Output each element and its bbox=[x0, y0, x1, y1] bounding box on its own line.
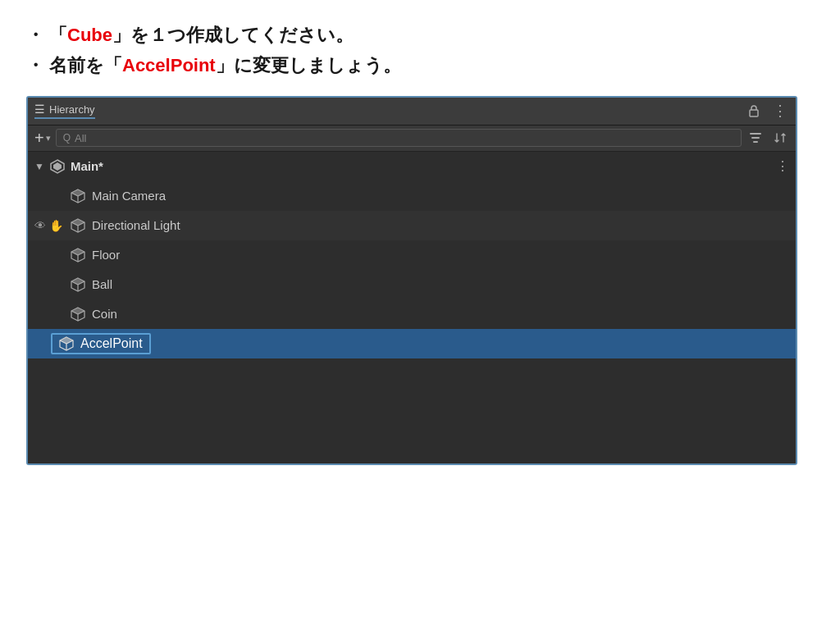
object-name-label: Ball bbox=[92, 277, 112, 291]
hierarchy-panel: ☰ Hierarchy ⋮ + ▾ Q bbox=[26, 96, 797, 465]
visibility-icons: 👁 ✋ bbox=[34, 219, 63, 232]
table-row[interactable]: Ball bbox=[28, 270, 796, 299]
panel-header-left: ☰ Hierarchy bbox=[34, 103, 95, 119]
svg-rect-0 bbox=[750, 110, 758, 116]
table-row[interactable]: AccelPoint bbox=[28, 329, 796, 358]
search-q-icon: Q bbox=[63, 132, 71, 144]
list-icon: ☰ bbox=[34, 103, 45, 116]
hierarchy-tab-label: Hierarchy bbox=[49, 103, 95, 116]
lock-icon[interactable] bbox=[745, 102, 763, 120]
inst2-accelpoint: AccelPoint bbox=[122, 55, 216, 75]
table-row[interactable]: Floor bbox=[28, 240, 796, 270]
svg-rect-3 bbox=[753, 141, 758, 143]
inst1-cube: Cube bbox=[67, 25, 112, 45]
svg-marker-27 bbox=[71, 308, 84, 314]
inst1-text: 「Cube」を１つ作成してください。 bbox=[49, 20, 354, 50]
panel-header: ☰ Hierarchy ⋮ bbox=[28, 98, 796, 126]
svg-marker-7 bbox=[71, 189, 84, 196]
svg-marker-32 bbox=[60, 337, 73, 344]
object-name-label: Floor bbox=[92, 248, 120, 262]
cube-icon bbox=[71, 248, 85, 262]
hand-icon: ✋ bbox=[49, 219, 63, 232]
svg-rect-2 bbox=[751, 137, 760, 139]
search-placeholder: All bbox=[75, 132, 86, 144]
inst2-text: 名前を「AccelPoint」に変更しましょう。 bbox=[49, 50, 401, 80]
object-name-label: AccelPoint bbox=[80, 336, 143, 351]
hierarchy-content: ▼ Main* ⋮ bbox=[28, 152, 796, 463]
filter-icon[interactable] bbox=[746, 129, 765, 147]
expand-arrow-icon: ▼ bbox=[34, 161, 44, 172]
table-row[interactable]: Coin bbox=[28, 299, 796, 329]
toolbar-row: + ▾ Q All bbox=[28, 126, 796, 152]
svg-marker-22 bbox=[71, 278, 84, 285]
scene-row[interactable]: ▼ Main* ⋮ bbox=[28, 152, 796, 181]
plus-icon: + bbox=[34, 129, 44, 148]
toolbar-icons-right bbox=[746, 129, 789, 147]
panel-header-right: ⋮ bbox=[745, 102, 789, 120]
cube-icon bbox=[71, 307, 85, 322]
scene-name-label: Main* bbox=[71, 159, 103, 173]
svg-marker-17 bbox=[71, 249, 84, 255]
selected-name-box: AccelPoint bbox=[51, 333, 151, 354]
svg-marker-5 bbox=[53, 162, 62, 171]
object-name-label: Main Camera bbox=[92, 189, 166, 203]
cube-icon bbox=[71, 189, 85, 203]
dropdown-arrow: ▾ bbox=[46, 133, 51, 144]
sort-icon[interactable] bbox=[771, 129, 789, 147]
instructions-block: 「Cube」を１つ作成してください。 名前を「AccelPoint」に変更しまし… bbox=[26, 20, 814, 81]
add-button[interactable]: + ▾ bbox=[34, 129, 51, 148]
page-container: 「Cube」を１つ作成してください。 名前を「AccelPoint」に変更しまし… bbox=[0, 0, 840, 485]
object-name-label: Directional Light bbox=[92, 218, 180, 232]
scene-row-left: ▼ Main* bbox=[34, 158, 103, 175]
table-row[interactable]: Main Camera bbox=[28, 181, 796, 211]
cube-icon bbox=[71, 218, 85, 233]
search-box[interactable]: Q All bbox=[56, 129, 742, 147]
panel-menu-icon[interactable]: ⋮ bbox=[771, 102, 789, 120]
instruction-line-2: 名前を「AccelPoint」に変更しましょう。 bbox=[26, 50, 814, 80]
eye-icon: 👁 bbox=[34, 219, 46, 232]
table-row[interactable]: 👁 ✋ Directional Light bbox=[28, 211, 796, 240]
instruction-line-1: 「Cube」を１つ作成してください。 bbox=[26, 20, 814, 50]
object-name-label: Coin bbox=[92, 307, 117, 321]
cube-icon bbox=[71, 277, 85, 292]
hierarchy-tab[interactable]: ☰ Hierarchy bbox=[34, 103, 95, 119]
unity-logo-icon bbox=[49, 158, 66, 175]
cube-icon bbox=[59, 336, 74, 351]
svg-rect-1 bbox=[750, 133, 761, 135]
scene-menu-icon[interactable]: ⋮ bbox=[776, 158, 789, 174]
svg-marker-12 bbox=[71, 219, 84, 226]
